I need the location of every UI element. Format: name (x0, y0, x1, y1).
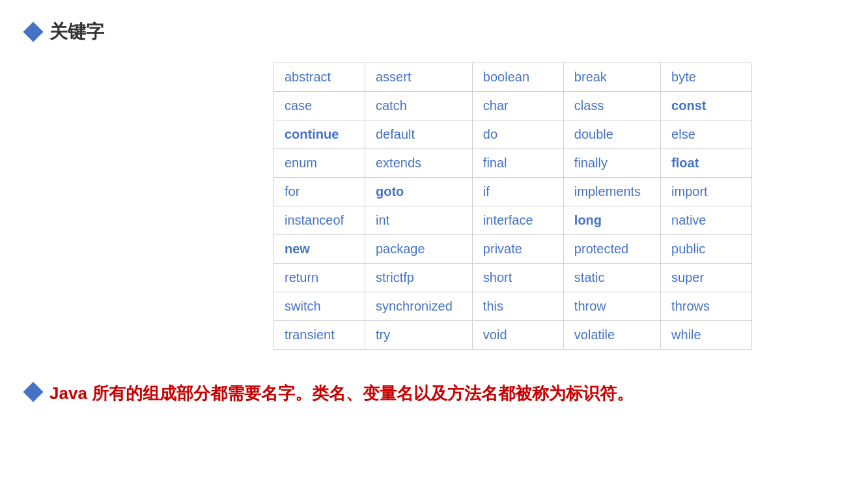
keyword-cell: double (563, 120, 660, 149)
keyword-cell: for (274, 178, 365, 206)
keyword-cell: if (472, 178, 563, 206)
keyword-cell: catch (365, 92, 473, 120)
keyword-cell: throw (563, 292, 660, 321)
keyword-cell: assert (365, 63, 473, 92)
keyword-cell: throws (661, 292, 752, 321)
keyword-cell: native (661, 206, 752, 235)
keyword-cell: default (365, 120, 473, 149)
keyword-cell: return (274, 264, 365, 292)
keyword-cell: import (661, 178, 752, 206)
keyword-cell: super (661, 264, 752, 292)
keyword-cell: else (661, 120, 752, 149)
keyword-cell: transient (274, 321, 365, 350)
keyword-cell: synchronized (365, 292, 473, 321)
keyword-cell: void (472, 321, 563, 350)
keyword-cell: enum (274, 149, 365, 178)
keyword-cell: instanceof (274, 206, 365, 235)
keyword-cell: switch (274, 292, 365, 321)
keyword-cell: float (661, 149, 752, 178)
keyword-cell: this (472, 292, 563, 321)
page-title-section: 关键字 (26, 20, 842, 44)
table-row: switchsynchronizedthisthrowthrows (274, 292, 752, 321)
keyword-cell: int (365, 206, 473, 235)
table-row: forgotoifimplementsimport (274, 178, 752, 206)
diamond-icon (23, 21, 43, 42)
keyword-cell: static (563, 264, 660, 292)
keyword-cell: volatile (563, 321, 660, 350)
keyword-cell: break (563, 63, 660, 92)
keyword-cell: while (661, 321, 752, 350)
keyword-cell: long (563, 206, 660, 235)
footer-text: Java 所有的组成部分都需要名字。类名、变量名以及方法名都被称为标识符。 (49, 382, 634, 405)
keyword-cell: try (365, 321, 473, 350)
keyword-cell: implements (563, 178, 660, 206)
page-title: 关键字 (49, 20, 104, 44)
keyword-cell: short (472, 264, 563, 292)
keyword-cell: strictfp (365, 264, 473, 292)
keyword-cell: goto (365, 178, 473, 206)
keyword-cell: extends (365, 149, 473, 178)
keyword-cell: boolean (472, 63, 563, 92)
table-row: continuedefaultdodoubleelse (274, 120, 752, 149)
keyword-cell: abstract (274, 63, 365, 92)
table-row: instanceofintinterfacelongnative (274, 206, 752, 235)
footer-diamond-icon (23, 382, 43, 402)
keyword-cell: protected (563, 235, 660, 264)
keyword-cell: finally (563, 149, 660, 178)
keyword-cell: case (274, 92, 365, 120)
keyword-cell: new (274, 235, 365, 264)
keyword-cell: interface (472, 206, 563, 235)
keyword-cell: do (472, 120, 563, 149)
keyword-cell: continue (274, 120, 365, 149)
keyword-cell: char (472, 92, 563, 120)
keyword-cell: const (661, 92, 752, 120)
keyword-cell: class (563, 92, 660, 120)
footer-section: Java 所有的组成部分都需要名字。类名、变量名以及方法名都被称为标识符。 (26, 382, 842, 405)
keyword-cell: final (472, 149, 563, 178)
table-row: transienttryvoidvolatilewhile (274, 321, 752, 350)
table-row: abstractassertbooleanbreakbyte (274, 63, 752, 92)
table-row: casecatchcharclassconst (274, 92, 752, 120)
keyword-cell: private (472, 235, 563, 264)
keyword-cell: package (365, 235, 473, 264)
table-row: enumextendsfinalfinallyfloat (274, 149, 752, 178)
table-row: returnstrictfpshortstaticsuper (274, 264, 752, 292)
keywords-table: abstractassertbooleanbreakbytecasecatchc… (273, 63, 752, 350)
keyword-cell: byte (661, 63, 752, 92)
keyword-cell: public (661, 235, 752, 264)
table-row: newpackageprivateprotectedpublic (274, 235, 752, 264)
